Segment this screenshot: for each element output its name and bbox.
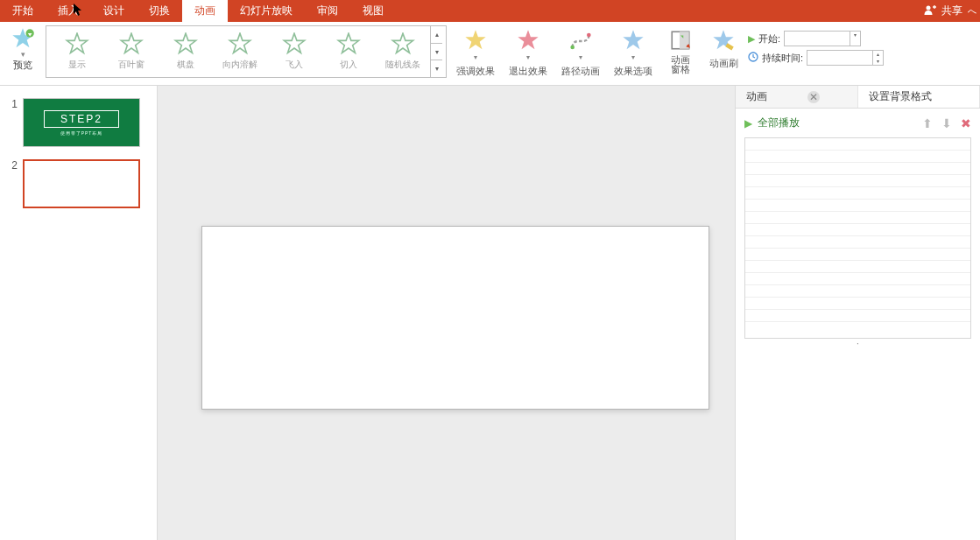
duration-spinner[interactable]: ▴▾ <box>807 50 884 66</box>
main-area: 1 STEP2 使用带了PPT布局 2 动画 ✕ 设置背景格式 ▶ <box>0 86 980 540</box>
animation-painter-button[interactable]: 动画刷 <box>704 24 743 70</box>
animation-pane-button[interactable]: 动画窗格 <box>662 24 699 74</box>
slide-thumbnail-1[interactable]: STEP2 使用带了PPT布局 <box>23 98 140 147</box>
slide1-subtitle: 使用带了PPT布局 <box>60 130 103 136</box>
timeline-tick: · <box>744 339 971 351</box>
thumbnail-row[interactable]: 1 STEP2 使用带了PPT布局 <box>0 95 157 156</box>
preview-label: 预览 <box>13 59 32 72</box>
slide1-title: STEP2 <box>44 110 119 128</box>
play-icon: ▶ <box>744 117 752 130</box>
add-person-icon <box>924 4 936 18</box>
delete-icon[interactable]: ✖ <box>961 116 971 130</box>
start-label: 开始: <box>758 32 780 46</box>
clock-icon <box>748 52 758 64</box>
slide-canvas-area[interactable] <box>158 86 735 540</box>
play-triangle-icon: ▶ <box>748 33 755 45</box>
tab-view[interactable]: 视图 <box>350 0 396 22</box>
move-down-icon[interactable]: ⬇ <box>941 116 952 130</box>
preview-star-icon <box>11 27 35 52</box>
ribbon: ▾ 预览 显示 百叶窗 棋盘 向内溶解 飞入 切入 随机线条 ▴▾▾ ▾强调效果… <box>0 22 980 86</box>
duration-label: 持续时间: <box>762 52 803 65</box>
slide-number: 2 <box>5 159 18 172</box>
animation-gallery[interactable]: 显示 百叶窗 棋盘 向内溶解 飞入 切入 随机线条 ▴▾▾ <box>46 25 447 78</box>
start-dropdown[interactable]: ▾ <box>784 31 861 46</box>
slide-thumbnail-panel: 1 STEP2 使用带了PPT布局 2 <box>0 86 158 540</box>
slide-canvas[interactable] <box>201 226 709 410</box>
tab-insert[interactable]: 插入 <box>46 0 91 22</box>
tab-start[interactable]: 开始 <box>0 0 46 22</box>
emphasis-effect-button[interactable]: ▾强调效果 <box>452 24 499 78</box>
tab-transition[interactable]: 切换 <box>137 0 182 22</box>
menu-tab-bar: 开始 插入 设计 切换 动画 幻灯片放映 审阅 视图 共享 へ <box>0 0 980 22</box>
move-up-icon[interactable]: ⬆ <box>922 116 933 130</box>
svg-point-0 <box>927 6 931 11</box>
slide-number: 1 <box>5 98 18 110</box>
svg-point-3 <box>587 33 591 38</box>
right-side-panel: 动画 ✕ 设置背景格式 ▶ 全部播放 ⬆ ⬇ ✖ · <box>735 86 980 540</box>
animation-list[interactable] <box>744 137 971 339</box>
collapse-ribbon-icon[interactable]: へ <box>968 5 976 18</box>
tab-design[interactable]: 设计 <box>91 0 137 22</box>
play-all-button[interactable]: 全部播放 <box>758 116 800 130</box>
panel-tab-strip: 动画 ✕ 设置背景格式 <box>736 86 980 109</box>
gallery-scroll[interactable]: ▴▾▾ <box>430 26 442 77</box>
panel-tab-background-format[interactable]: 设置背景格式 <box>858 86 980 108</box>
effect-options-button[interactable]: ▾效果选项 <box>610 24 657 78</box>
tab-review[interactable]: 审阅 <box>305 0 350 22</box>
timing-controls: ▶ 开始: ▾ 持续时间: ▴▾ <box>748 24 884 66</box>
thumbnail-row[interactable]: 2 <box>0 156 157 217</box>
exit-effect-button[interactable]: ▾退出效果 <box>504 24 552 78</box>
preview-button[interactable]: ▾ 预览 <box>5 24 40 72</box>
panel-tab-animation[interactable]: 动画 ✕ <box>736 86 858 108</box>
close-icon[interactable]: ✕ <box>807 91 820 103</box>
slide-thumbnail-2[interactable] <box>23 159 140 208</box>
tab-animation[interactable]: 动画 <box>182 0 228 22</box>
motion-path-button[interactable]: ▾路径动画 <box>557 24 604 78</box>
tab-slideshow[interactable]: 幻灯片放映 <box>228 0 305 22</box>
svg-point-2 <box>570 46 575 50</box>
share-button[interactable]: 共享 <box>941 4 962 18</box>
animation-pane: ▶ 全部播放 ⬆ ⬇ ✖ · <box>736 109 980 351</box>
